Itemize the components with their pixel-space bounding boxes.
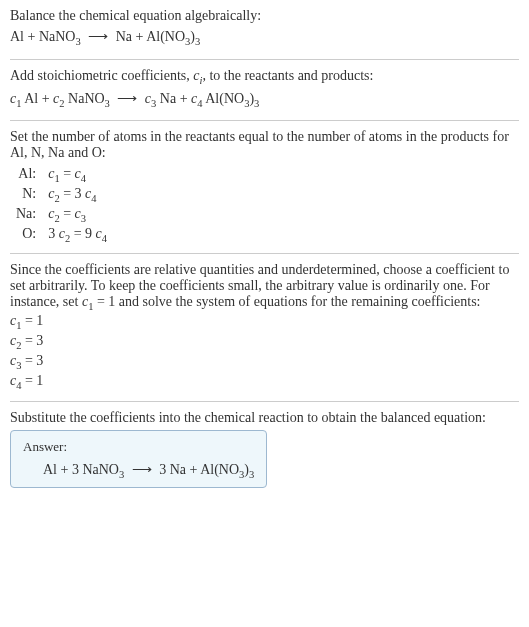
answer-label: Answer: (23, 439, 254, 455)
coeff-c4: c4 = 1 (10, 373, 519, 391)
element-label: O: (10, 225, 42, 245)
answer-intro: Substitute the coefficients into the che… (10, 410, 519, 426)
coeff-c1: c1 = 1 (10, 313, 519, 331)
table-row: Al: c1 = c4 (10, 165, 113, 185)
atom-balance-table: Al: c1 = c4 N: c2 = 3 c4 Na: c2 = c3 O: … (10, 165, 113, 244)
element-equation: c2 = c3 (42, 205, 113, 225)
solve-intro: Since the coefficients are relative quan… (10, 262, 519, 312)
element-label: N: (10, 185, 42, 205)
element-equation: c2 = 3 c4 (42, 185, 113, 205)
element-label: Al: (10, 165, 42, 185)
unbalanced-equation: Al + NaNO3 ⟶ Na + Al(NO3)3 (10, 28, 519, 47)
section-solve: Since the coefficients are relative quan… (0, 254, 529, 401)
coeff-c3: c3 = 3 (10, 353, 519, 371)
atoms-intro: Set the number of atoms in the reactants… (10, 129, 519, 161)
balanced-equation: Al + 3 NaNO3 ⟶ 3 Na + Al(NO3)3 (23, 461, 254, 480)
answer-box: Answer: Al + 3 NaNO3 ⟶ 3 Na + Al(NO3)3 (10, 430, 267, 489)
table-row: O: 3 c2 = 9 c4 (10, 225, 113, 245)
table-row: Na: c2 = c3 (10, 205, 113, 225)
section-answer: Substitute the coefficients into the che… (0, 402, 529, 497)
table-row: N: c2 = 3 c4 (10, 185, 113, 205)
stoich-intro: Add stoichiometric coefficients, ci, to … (10, 68, 519, 86)
section-atoms: Set the number of atoms in the reactants… (0, 121, 529, 252)
section-stoich: Add stoichiometric coefficients, ci, to … (0, 60, 529, 121)
intro-text: Balance the chemical equation algebraica… (10, 8, 519, 24)
coeff-c2: c2 = 3 (10, 333, 519, 351)
stoich-equation: c1 Al + c2 NaNO3 ⟶ c3 Na + c4 Al(NO3)3 (10, 90, 519, 109)
section-balance-intro: Balance the chemical equation algebraica… (0, 0, 529, 59)
element-label: Na: (10, 205, 42, 225)
element-equation: 3 c2 = 9 c4 (42, 225, 113, 245)
element-equation: c1 = c4 (42, 165, 113, 185)
